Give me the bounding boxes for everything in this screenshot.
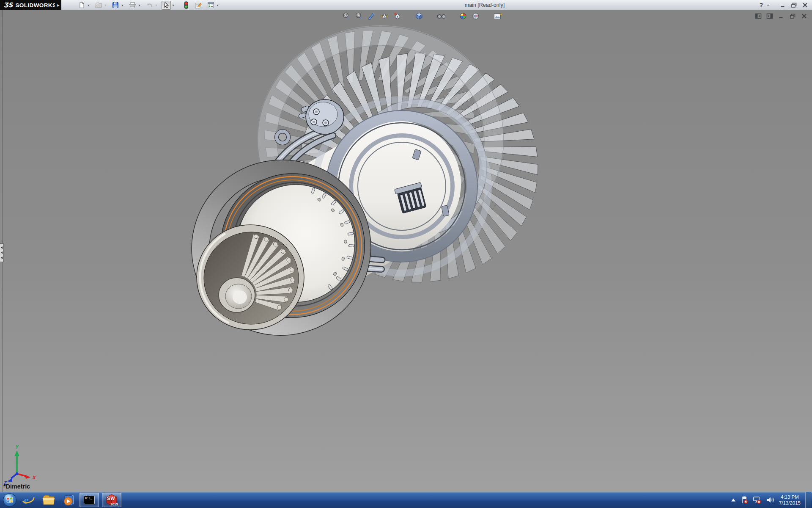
shaded-cube-icon — [415, 12, 423, 20]
options-button[interactable] — [206, 1, 215, 10]
taskbar-item-command-prompt[interactable]: C:\_ — [80, 493, 99, 507]
save-dropdown[interactable]: ▾ — [120, 1, 125, 10]
system-tray: 4:13 PM 7/13/2015 — [731, 492, 812, 508]
close-document-button[interactable] — [800, 12, 808, 20]
note-pencil-icon — [195, 2, 202, 9]
print-icon — [129, 2, 136, 8]
select-cursor-icon — [163, 2, 170, 8]
main-toolbar: ▾ ▾ ▾ ▾ — [77, 0, 220, 10]
rebuild-traffic-light-icon — [183, 1, 189, 9]
undo-button[interactable] — [145, 1, 154, 10]
document-title: main [Read-only] — [465, 0, 505, 10]
close-icon — [802, 2, 808, 8]
action-center-flag-icon[interactable] — [741, 496, 748, 504]
collapse-arrow-icon — [1, 257, 3, 259]
show-hidden-icons-button[interactable] — [731, 498, 736, 502]
solidworks-2015-icon: SW 2015 — [106, 494, 118, 506]
options-checklist-icon — [207, 2, 214, 8]
annotation-note-button[interactable] — [194, 1, 203, 10]
save-icon — [112, 2, 119, 8]
open-button[interactable] — [94, 1, 103, 10]
taskbar-clock[interactable]: 4:13 PM 7/13/2015 — [779, 494, 801, 506]
network-status-icon[interactable] — [753, 496, 761, 504]
taskbar-item-solidworks-2015[interactable]: SW 2015 — [102, 493, 121, 507]
close-button[interactable] — [801, 1, 809, 9]
show-desktop-button[interactable] — [805, 492, 811, 508]
view-orientation-button[interactable] — [380, 11, 389, 20]
select-dropdown[interactable]: ▾ — [171, 1, 176, 10]
display-style-button[interactable] — [392, 11, 401, 20]
save-button[interactable] — [111, 1, 120, 10]
zoom-to-area-icon — [355, 12, 363, 20]
new-document-dropdown[interactable]: ▾ — [86, 1, 91, 10]
dock-pane-right-icon — [766, 13, 773, 19]
windows-start-orb-icon — [3, 493, 17, 507]
restore-icon — [791, 2, 797, 8]
taskbar-item-internet-explorer[interactable]: e — [19, 493, 38, 507]
feature-manager-collapsed-tab[interactable] — [0, 243, 4, 262]
folder-icon — [42, 494, 55, 506]
help-button[interactable]: ? — [759, 2, 763, 8]
select-button[interactable] — [162, 1, 171, 10]
zoom-to-area-button[interactable] — [354, 11, 363, 20]
taskbar-item-media-player[interactable] — [59, 493, 79, 507]
restore-document-icon — [790, 13, 796, 19]
print-dropdown[interactable]: ▾ — [137, 1, 142, 10]
hide-show-items-button[interactable] — [436, 11, 445, 20]
appearance-sphere-icon — [459, 12, 467, 20]
display-style-icon — [393, 12, 401, 20]
dock-pane-left-button[interactable] — [754, 12, 762, 20]
command-prompt-icon: C:\_ — [84, 496, 95, 504]
svg-text:e: e — [24, 494, 29, 506]
document-window-controls — [754, 12, 808, 20]
minimize-button[interactable] — [779, 1, 787, 9]
dock-pane-left-icon — [755, 13, 762, 19]
media-player-icon — [62, 494, 76, 506]
section-view-button[interactable] — [367, 11, 376, 20]
start-button[interactable] — [1, 492, 18, 508]
view-orientation-icon — [380, 12, 389, 20]
new-document-button[interactable] — [77, 1, 86, 10]
options-dropdown[interactable]: ▾ — [215, 1, 220, 10]
restore-document-button[interactable] — [789, 12, 796, 20]
clock-time: 4:13 PM — [779, 494, 801, 500]
open-dropdown[interactable]: ▾ — [103, 1, 108, 10]
help-dropdown[interactable]: ▾ — [766, 1, 770, 10]
new-document-icon — [78, 2, 85, 8]
view-settings-icon — [493, 12, 502, 20]
open-icon — [95, 2, 102, 8]
edit-appearance-button[interactable] — [458, 11, 467, 20]
view-settings-button[interactable] — [493, 11, 502, 20]
triad-y-label: Y — [15, 444, 19, 450]
model-jet-engine[interactable] — [0, 10, 812, 492]
close-document-icon — [801, 13, 807, 19]
minimize-document-icon — [778, 13, 784, 19]
clock-date: 7/13/2015 — [779, 500, 801, 506]
collapse-arrow-icon — [1, 251, 3, 254]
zoom-to-fit-icon — [342, 12, 351, 20]
dock-pane-right-button[interactable] — [766, 12, 774, 20]
taskbar-item-windows-explorer[interactable] — [39, 493, 58, 507]
zoom-to-fit-button[interactable] — [342, 11, 351, 20]
menu-expand-arrow[interactable]: ▶ — [55, 0, 61, 10]
title-bar: ƷS SOLIDWORKS ▶ ▾ ▾ ▾ — [0, 0, 812, 10]
volume-icon[interactable] — [766, 496, 774, 504]
graphics-area[interactable]: Y X Z *Dimetric — [0, 10, 812, 492]
restore-button[interactable] — [790, 1, 798, 9]
apply-scene-button[interactable] — [471, 11, 480, 20]
shaded-with-edges-button[interactable] — [414, 11, 423, 20]
reference-triad: Y X Z — [0, 441, 47, 488]
heads-up-view-toolbar — [342, 11, 502, 20]
windows-taskbar: e C:\_ SW 2015 — [0, 492, 812, 508]
solidworks-logo-text: SOLIDWORKS — [15, 2, 56, 8]
minimize-icon — [780, 2, 786, 8]
section-view-icon — [368, 12, 376, 20]
triad-x-label: X — [32, 475, 36, 480]
undo-dropdown[interactable]: ▾ — [154, 1, 159, 10]
rebuild-button[interactable] — [181, 1, 191, 10]
scene-sphere-icon — [472, 12, 480, 20]
print-button[interactable] — [128, 1, 137, 10]
minimize-document-button[interactable] — [777, 12, 785, 20]
view-orientation-label: *Dimetric — [3, 483, 30, 490]
window-controls: ? ▾ — [759, 0, 809, 10]
